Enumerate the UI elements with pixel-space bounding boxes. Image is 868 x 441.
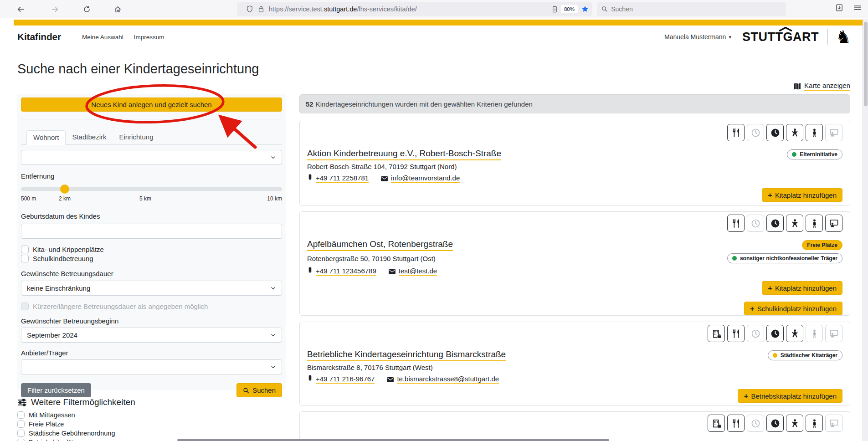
schoolchild-board-icon (825, 325, 842, 342)
badge-dot (732, 256, 737, 261)
search-mode-tabs: Wohnort Stadtbezirk Einrichtung (21, 130, 282, 145)
start-label: Gewünschter Betreuungsbeginn (21, 317, 282, 325)
browser-back-icon[interactable] (15, 4, 26, 15)
browser-toolbar: https://service.test.stuttgart.de/lhs-se… (0, 0, 868, 18)
start-select[interactable]: September 2024 (21, 328, 282, 343)
header-nav: Meine Auswahl Impressum (82, 34, 164, 41)
browser-search-input[interactable] (611, 5, 781, 13)
menu-hamburger-icon[interactable] (853, 4, 862, 12)
add-schulkindplatz-button[interactable]: + Schulkindplatz hinzufügen (744, 302, 842, 315)
phone-link[interactable]: +49 711 216-96767 (316, 375, 375, 384)
vertical-scrollbar-thumb[interactable] (864, 22, 868, 106)
results-count: 52 (306, 100, 313, 108)
tab-stadtbezirk[interactable]: Stadtbezirk (66, 130, 113, 145)
child-icon (806, 215, 823, 232)
url-bar[interactable]: https://service.test.stuttgart.de/lhs-se… (237, 2, 592, 16)
user-menu[interactable]: Manuela Mustermann ▾ (664, 33, 731, 41)
site-header: Kitafinder Meine Auswahl Impressum Manue… (17, 26, 851, 47)
stuttgart-horse-icon: ♞ (836, 29, 851, 45)
provider-label: Anbieter/Träger (21, 349, 282, 357)
duration-select[interactable]: keine Einschränkung (21, 281, 282, 296)
more-filters-section: Weitere Filtermöglichkeiten Mit Mittages… (17, 397, 286, 441)
browser-search-bar[interactable] (597, 2, 786, 16)
phone-icon (307, 375, 313, 384)
distance-label: Entfernung (21, 172, 282, 180)
clock-filled-icon (766, 325, 784, 342)
checkbox-schulkind[interactable]: Schulkindbetreuung (21, 255, 282, 262)
kita-address: Robert-Bosch-Straße 104, 70192 Stuttgart… (307, 163, 457, 170)
checkbox-box[interactable] (17, 420, 25, 428)
email-link[interactable]: info@teamvorstand.de (391, 174, 460, 183)
result-card (299, 411, 850, 441)
nav-impressum[interactable]: Impressum (134, 34, 164, 41)
checkbox-box[interactable] (17, 439, 25, 441)
clock-outline-icon (747, 415, 764, 432)
results-text: Kindertageseinrichtungen wurden mit den … (316, 100, 533, 108)
tab-einrichtung[interactable]: Einrichtung (113, 130, 159, 145)
envelope-icon (380, 175, 388, 182)
browser-home-icon[interactable] (112, 4, 123, 15)
brand-kitafinder[interactable]: Kitafinder (17, 31, 61, 42)
new-child-button[interactable]: Neues Kind anlegen und gezielt suchen (21, 97, 282, 112)
bookmark-star-icon[interactable] (581, 5, 589, 13)
lunch-icon (727, 415, 745, 432)
vertical-scrollbar[interactable] (863, 19, 868, 441)
email-link[interactable]: test@test.de (399, 267, 437, 276)
checkbox-box[interactable] (17, 430, 25, 437)
logo-divider (827, 29, 827, 45)
add-kitaplatz-button[interactable]: + Kitaplatz hinzufügen (762, 188, 842, 202)
chevron-down-icon (270, 154, 276, 160)
phone-link[interactable]: +49 711 2258781 (316, 174, 369, 183)
email-link[interactable]: te.bismarckstrasse8@stuttgart.de (397, 375, 499, 384)
kita-title-link[interactable]: Apfelbäumchen Ost, Rotenbergstraße (307, 239, 453, 251)
checkbox-freie-plaetze[interactable]: Freie Plätze (17, 420, 286, 428)
browser-forward-icon[interactable] (49, 4, 60, 15)
clock-filled-icon (766, 415, 784, 432)
add-betriebskitaplatz-button[interactable]: + Betriebskitaplatz hinzufügen (738, 389, 842, 403)
nav-meine-auswahl[interactable]: Meine Auswahl (82, 34, 123, 41)
clock-outline-icon (747, 325, 764, 342)
reader-mode-icon[interactable] (551, 6, 558, 13)
feature-icons-row (307, 124, 842, 141)
url-text: https://service.test.stuttgart.de/lhs-se… (269, 5, 551, 13)
checkbox-gebuehrenordnung[interactable]: Städtische Gebührenordnung (17, 430, 286, 437)
zoom-level-badge[interactable]: 80% (561, 5, 578, 13)
checkbox-box[interactable] (17, 411, 25, 419)
location-select[interactable] (21, 150, 282, 165)
result-card: Apfelbäumchen Ost, Rotenbergstraße Freie… (299, 211, 850, 316)
provider-badge: Elterninitiative (787, 149, 842, 159)
reset-filter-button[interactable]: Filter zurücksetzen (21, 383, 91, 397)
slider-thumb[interactable] (60, 185, 69, 194)
checkbox-mittagessen[interactable]: Mit Mittagessen (17, 411, 286, 419)
save-page-icon[interactable] (835, 4, 843, 12)
phone-link[interactable]: +49 711 123456789 (316, 267, 376, 276)
checkbox-box-disabled (21, 303, 29, 310)
chevron-down-icon (270, 364, 276, 370)
plus-icon: + (744, 392, 748, 400)
kita-title-link[interactable]: Aktion Kinderbetreuung e.V., Robert-Bosc… (307, 149, 501, 160)
tab-wohnort[interactable]: Wohnort (26, 130, 66, 145)
add-kitaplatz-button[interactable]: + Kitaplatz hinzufügen (762, 281, 842, 295)
browser-reload-icon[interactable] (81, 4, 92, 15)
checkbox-box[interactable] (21, 246, 29, 253)
provider-badge: Städtischer Kitaträger (768, 350, 842, 360)
birthdate-input[interactable] (27, 227, 276, 235)
show-map-link[interactable]: Karte anzeigen (804, 82, 850, 91)
map-icon (793, 82, 801, 90)
stuttgart-logo[interactable]: STUTTGART ♞ (742, 29, 851, 45)
clock-outline-icon (747, 215, 764, 232)
checkbox-box[interactable] (21, 255, 29, 262)
more-filters-heading[interactable]: Weitere Filtermöglichkeiten (17, 397, 286, 407)
kita-title-link[interactable]: Betriebliche Kindertageseinrichtung Bism… (307, 349, 506, 361)
results-summary-banner: 52 Kindertageseinrichtungen wurden mit d… (299, 94, 850, 113)
birthdate-label: Geburtsdatum des Kindes (21, 212, 282, 220)
distance-slider[interactable] (21, 185, 282, 194)
lunch-icon (727, 124, 745, 141)
feature-icons-row (307, 415, 842, 432)
checkbox-kita-krippe[interactable]: Kita- und Krippenplätze (21, 246, 282, 253)
child-icon (806, 124, 823, 141)
horizontal-scrollbar-thumb[interactable] (177, 439, 609, 441)
provider-select[interactable] (21, 359, 282, 374)
search-button[interactable]: Suchen (236, 383, 282, 397)
search-icon (601, 6, 607, 12)
